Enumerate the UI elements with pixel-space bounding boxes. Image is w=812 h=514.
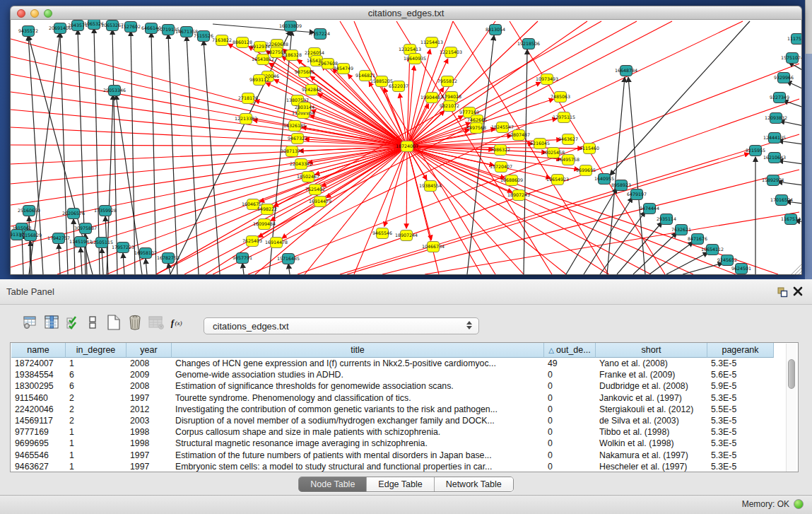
close-icon[interactable] [792,286,804,297]
table-row[interactable]: 1456911722003Disruption of a novel membe… [11,415,774,426]
graph-node-selected[interactable]: 6216045 [530,139,550,149]
float-window-icon[interactable] [777,286,788,298]
delete-column-button[interactable] [147,313,165,332]
table-vertical-scrollbar[interactable] [786,344,796,472]
graph-node[interactable]: 19218506 [517,39,540,49]
table-row[interactable]: 2242004622012Investigating the contribut… [11,404,774,415]
tab-network-table[interactable]: Network Table [434,477,513,491]
column-options-button[interactable] [83,313,102,332]
table-row[interactable]: 977716911998Corpus callosum shape and si… [11,426,774,438]
table-selector-dropdown[interactable]: citations_edges.txt [204,317,479,334]
graph-node-selected[interactable]: 19654923 [546,175,569,185]
graph-node[interactable]: 9474444 [640,204,659,214]
graph-node[interactable]: 15892971 [762,175,784,186]
graph-node[interactable]: 6479197 [627,189,647,200]
column-header-title[interactable]: title [172,343,544,358]
create-table-button[interactable] [105,313,123,332]
graph-node[interactable]: 7632621 [671,225,691,235]
tab-edge-table[interactable]: Edge Table [366,477,433,491]
graph-node[interactable]: 12505115 [90,238,113,248]
network-window-titlebar[interactable]: citations_edges.txt [10,6,802,20]
graph-node-selected[interactable]: 9821072 [440,101,459,112]
graph-node[interactable]: 10654112 [701,245,724,255]
tab-node-table[interactable]: Node Table [299,477,366,491]
graph-node[interactable]: 8471676 [688,234,707,245]
graph-node[interactable]: 16648784 [615,66,637,76]
graph-node-selected[interactable]: 7625402 [305,185,325,195]
graph-node[interactable]: 15751074 [781,53,802,64]
table-cell: 14569117 [11,415,66,426]
graph-node[interactable]: 1527602 [121,22,141,33]
graph-node-selected[interactable]: 9875685 [295,67,314,78]
row-selection-icon [65,315,81,330]
graph-node[interactable]: 16958107 [134,248,157,259]
edge-selected [156,146,407,274]
graph-node-selected[interactable]: 16099484 [253,219,276,230]
column-header-in_degree[interactable]: in_degree [66,343,126,358]
graph-node[interactable]: 8813054 [486,25,505,35]
table-row[interactable]: 911546021997Tourette syndrome. Phenomeno… [11,392,774,404]
graph-node[interactable]: 11451941 [69,237,92,247]
graph-node-selected[interactable]: 30871375 [281,146,303,157]
graph-node[interactable]: 8215955 [746,146,765,156]
svg-text:7485063: 7485063 [551,94,570,99]
graph-node-selected[interactable]: 11254413 [420,37,443,48]
graph-node-selected[interactable]: 15720407 [490,162,512,173]
column-header-pagerank[interactable]: pagerank [707,343,774,358]
graph-node[interactable]: 1167534 [781,214,801,225]
graph-node-selected[interactable]: 16914478 [265,238,288,248]
table-row[interactable]: 1830029562008Estimation of significance … [11,380,774,392]
row-selection-button[interactable] [64,313,82,332]
graph-node-selected[interactable]: 12975115 [553,112,575,123]
table-row[interactable]: 1938455462009Genome-wide association stu… [11,369,774,380]
column-header-name[interactable]: name [11,343,66,358]
delete-table-button[interactable] [126,313,144,332]
graph-node-selected[interactable]: 16495758 [557,155,579,165]
column-header-short[interactable]: short [596,343,707,358]
column-header-out_de[interactable]: △out_de... [544,343,596,358]
graph-node-selected[interactable]: 9465546 [372,228,392,239]
graph-node[interactable]: 9329966 [774,73,794,83]
table-row[interactable]: 946362711997Embryonic stem cells: a mode… [11,461,774,472]
graph-node-selected[interactable]: 9115460 [579,144,599,154]
svg-text:2226054: 2226054 [305,50,324,55]
graph-node-selected[interactable]: 22043342 [290,159,312,170]
graph-node[interactable]: 9435572 [18,26,38,37]
graph-node[interactable]: 1117534 [787,34,802,45]
table-row[interactable]: 1872400712008Changes of HCN gene express… [11,358,774,369]
graph-node[interactable]: 8958923 [611,180,631,191]
graph-node[interactable]: 17016504 [770,195,793,206]
graph-node-selected[interactable]: 12213383 [235,114,257,124]
svg-text:19654923: 19654923 [546,177,569,182]
scrollbar-thumb[interactable] [788,359,795,389]
graph-node-selected[interactable]: 18245547 [491,122,514,133]
graph-node[interactable]: 9857791 [233,253,252,264]
graph-node-selected[interactable]: 10807487 [507,130,530,141]
graph-node-selected[interactable]: 9463627 [558,134,578,145]
column-header-year[interactable]: year [126,343,172,358]
graph-node-selected[interactable]: 8860128 [233,37,252,48]
graph-node[interactable]: 17957223 [112,243,134,253]
svg-text:6497568: 6497568 [466,125,486,130]
table-settings-button[interactable] [21,313,40,332]
graph-node[interactable]: 7357224 [310,29,330,40]
graph-node[interactable]: 9624501 [731,264,751,274]
svg-text:9777169: 9777169 [459,110,479,115]
table-row[interactable]: 946554611997Estimation of the future num… [11,450,774,461]
graph-node-selected[interactable]: 19384554 [419,181,442,192]
table-row[interactable]: 969969511998Structural magnetic resonanc… [11,438,774,449]
graph-node-selected[interactable]: 9467327 [288,134,307,144]
graph-node[interactable]: 30975887 [74,223,97,234]
show-columns-button[interactable] [42,313,61,332]
graph-node-selected[interactable]: 7625403 [242,236,262,247]
table-cell: 5.3E-5 [707,426,774,438]
table-cell: 0 [544,426,596,438]
graph-node[interactable]: 17359928 [94,206,117,216]
network-canvas[interactable]: 7163822886012889129342226063898275088186… [10,20,802,275]
graph-node[interactable]: 2935114 [657,214,676,225]
graph-node-selected[interactable]: 9699695 [576,165,596,176]
function-builder-button[interactable]: f (x) [170,313,188,332]
graph-node-selected[interactable]: 7955812 [437,76,457,87]
graph-node[interactable]: 15716485 [277,254,300,264]
memory-indicator[interactable]: Memory: OK [742,499,804,509]
